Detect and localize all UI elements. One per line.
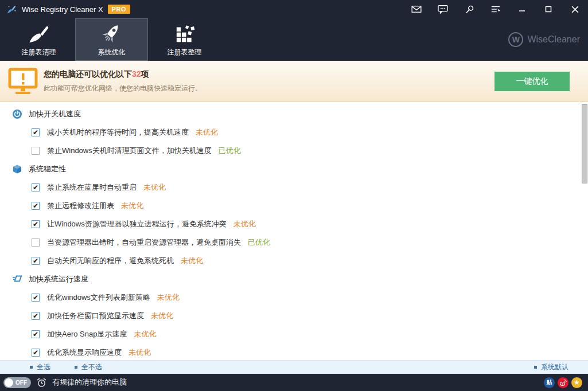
power-icon (13, 110, 22, 119)
menu-icon[interactable] (482, 0, 509, 18)
item-checkbox[interactable] (32, 257, 40, 265)
item-status: 已优化 (219, 146, 241, 156)
item-status: 未优化 (134, 329, 156, 339)
item-label: 当资源管理器出错时，自动重启资源管理器，避免桌面消失 (47, 237, 241, 248)
tools-icon[interactable] (456, 0, 482, 18)
item-checkbox[interactable] (32, 312, 40, 320)
tab-label: 注册表清理 (22, 48, 56, 57)
scrollbar[interactable] (582, 104, 587, 183)
app-icon (7, 4, 17, 14)
item-status: 未优化 (143, 182, 166, 193)
section-title: 加快开关机速度 (29, 109, 81, 119)
tieba-icon[interactable]: 贴 (544, 377, 555, 388)
schedule-message: 有规律的清理你的电脑 (52, 377, 127, 388)
item-checkbox[interactable] (32, 330, 40, 338)
tabbar: 注册表清理 系统优化 (0, 18, 588, 61)
item-label: 优化windows文件列表刷新策略 (47, 292, 150, 303)
system-default-link[interactable]: 系统默认 (534, 362, 568, 372)
item-label: 禁止系统在蓝屏时自动重启 (47, 182, 137, 193)
item-checkbox[interactable] (32, 128, 40, 136)
qzone-icon[interactable]: ★ (571, 377, 582, 388)
minimize-button[interactable] (509, 0, 535, 18)
bullet-icon (30, 366, 33, 369)
speed-icon (13, 275, 22, 284)
schedule-toggle[interactable]: OFF (3, 377, 31, 388)
item-checkbox[interactable] (32, 183, 40, 191)
brush-icon (28, 22, 50, 45)
one-click-optimize-button[interactable]: 一键优化 (494, 72, 570, 91)
wisecleaner-logo: W WiseCleaner (508, 18, 580, 61)
section-header-startup: 加快开关机速度 (0, 105, 588, 123)
item-label: 减小关机时的程序等待时间，提高关机速度 (47, 127, 189, 138)
item-status: 未优化 (128, 347, 151, 358)
warning-monitor-icon (8, 68, 38, 95)
optimization-item: 加快Aero Snap显示速度 未优化 (0, 325, 588, 343)
weibo-icon[interactable] (558, 377, 568, 388)
optimize-banner: 您的电脑还可以优化以下32项 此功能可帮您优化网络，使您的电脑快速稳定运行。 一… (0, 61, 588, 102)
item-status: 未优化 (151, 311, 173, 321)
titlebar: Wise Registry Cleaner X PRO (0, 0, 588, 18)
item-status: 未优化 (233, 219, 256, 229)
close-button[interactable] (562, 0, 588, 18)
social-links: 贴 ★ (544, 377, 582, 388)
optimization-item: 让Windows资源管理器以独立进程运行，避免系统冲突 未优化 (0, 215, 588, 233)
item-checkbox[interactable] (32, 147, 40, 155)
item-status: 已优化 (248, 237, 270, 248)
optimization-item: 自动关闭无响应的程序，避免系统死机 未优化 (0, 252, 588, 270)
optimization-item: 当资源管理器出错时，自动重启资源管理器，避免桌面消失 已优化 (0, 233, 588, 252)
item-status: 未优化 (196, 127, 218, 138)
bullet-icon (534, 366, 537, 369)
item-label: 禁止Windows关机时清理页面文件，加快关机速度 (47, 146, 212, 156)
defrag-icon (173, 22, 196, 45)
cube-icon (13, 165, 22, 174)
item-label: 加快Aero Snap显示速度 (47, 329, 127, 339)
alarm-clock-icon (37, 378, 46, 388)
maximize-button[interactable] (535, 0, 562, 18)
banner-subtitle: 此功能可帮您优化网络，使您的电脑快速稳定运行。 (44, 84, 494, 93)
item-status: 未优化 (181, 256, 203, 266)
item-label: 禁止远程修改注册表 (47, 201, 114, 211)
item-status: 未优化 (157, 292, 180, 303)
bullet-icon (75, 366, 77, 369)
section-title: 加快系统运行速度 (29, 274, 88, 284)
optimization-item: 加快任务栏窗口预览显示速度 未优化 (0, 307, 588, 325)
optimization-list: 加快开关机速度 减小关机时的程序等待时间，提高关机速度 未优化 禁止Window… (0, 102, 588, 360)
section-header-stability: 系统稳定性 (0, 160, 588, 178)
item-checkbox[interactable] (32, 349, 40, 357)
item-label: 让Windows资源管理器以独立进程运行，避免系统冲突 (47, 219, 227, 229)
titlebar-buttons (403, 0, 588, 18)
optimizable-count: 32 (132, 69, 141, 79)
item-label: 加快任务栏窗口预览显示速度 (47, 311, 144, 321)
banner-text: 您的电脑还可以优化以下32项 此功能可帮您优化网络，使您的电脑快速稳定运行。 (44, 69, 494, 93)
item-checkbox[interactable] (32, 220, 40, 228)
optimization-item: 优化windows文件列表刷新策略 未优化 (0, 288, 588, 307)
window-title: Wise Registry Cleaner X (22, 5, 103, 14)
tab-registry-defrag[interactable]: 注册表整理 (148, 18, 221, 61)
optimization-item: 禁止远程修改注册表 未优化 (0, 197, 588, 215)
tab-system-tuneup[interactable]: 系统优化 (75, 18, 148, 61)
select-all-link[interactable]: 全选 (30, 362, 50, 372)
wisecleaner-logo-text: WiseCleaner (527, 34, 580, 45)
tab-registry-cleaner[interactable]: 注册表清理 (2, 18, 75, 61)
tab-label: 注册表整理 (168, 48, 202, 57)
selection-bar: 全选 全不选 系统默认 (0, 360, 588, 374)
feedback-icon[interactable] (430, 0, 456, 18)
item-checkbox[interactable] (32, 202, 40, 210)
toggle-state-label: OFF (15, 380, 27, 386)
optimization-item: 优化系统显示响应速度 未优化 (0, 343, 588, 360)
mail-icon[interactable] (403, 0, 430, 18)
pro-badge: PRO (108, 5, 130, 14)
optimization-item: 禁止系统在蓝屏时自动重启 未优化 (0, 178, 588, 197)
tab-label: 系统优化 (98, 48, 126, 57)
item-status: 未优化 (121, 201, 143, 211)
section-title: 系统稳定性 (29, 164, 66, 174)
optimization-item: 减小关机时的程序等待时间，提高关机速度 未优化 (0, 123, 588, 142)
wisecleaner-logo-mark: W (508, 32, 523, 47)
optimization-item: 禁止Windows关机时清理页面文件，加快关机速度 已优化 (0, 142, 588, 160)
item-checkbox[interactable] (32, 238, 40, 247)
rocket-icon (100, 22, 123, 45)
section-header-speed: 加快系统运行速度 (0, 270, 588, 288)
statusbar: OFF 有规律的清理你的电脑 贴 ★ (0, 374, 588, 391)
select-none-link[interactable]: 全不选 (75, 362, 102, 372)
item-checkbox[interactable] (32, 294, 40, 302)
